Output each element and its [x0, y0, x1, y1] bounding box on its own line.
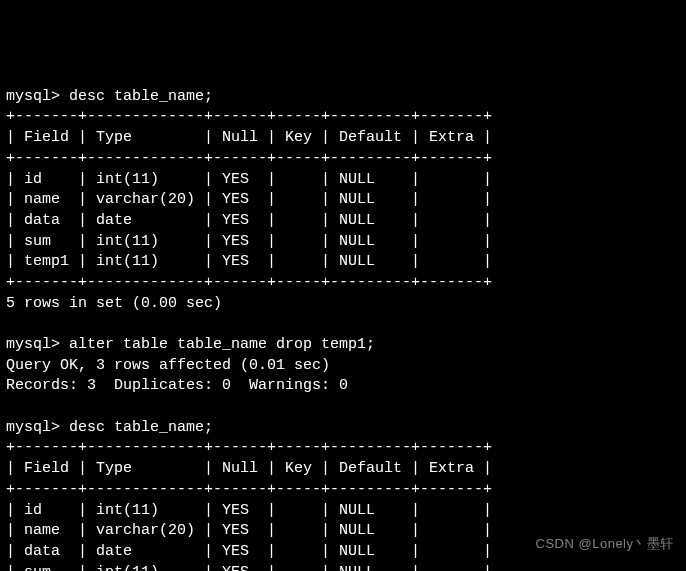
table-row: | temp1 | int(11) | YES | | NULL | |: [6, 253, 492, 270]
sql-command: desc table_name;: [69, 88, 213, 105]
watermark: CSDN @Lonely丶墨轩: [536, 535, 674, 553]
table-border: +-------+-------------+------+-----+----…: [6, 150, 492, 167]
table-header: | Field | Type | Null | Key | Default | …: [6, 460, 492, 477]
table-border: +-------+-------------+------+-----+----…: [6, 108, 492, 125]
table-row: | data | date | YES | | NULL | |: [6, 543, 492, 560]
prompt: mysql>: [6, 336, 60, 353]
table-row: | name | varchar(20) | YES | | NULL | |: [6, 191, 492, 208]
table-row: | sum | int(11) | YES | | NULL | |: [6, 564, 492, 571]
query-result: Records: 3 Duplicates: 0 Warnings: 0: [6, 377, 348, 394]
table-row: | data | date | YES | | NULL | |: [6, 212, 492, 229]
prompt: mysql>: [6, 419, 60, 436]
table-row: | id | int(11) | YES | | NULL | |: [6, 171, 492, 188]
table-row: | sum | int(11) | YES | | NULL | |: [6, 233, 492, 250]
table-row: | id | int(11) | YES | | NULL | |: [6, 502, 492, 519]
table-border: +-------+-------------+------+-----+----…: [6, 481, 492, 498]
table-header: | Field | Type | Null | Key | Default | …: [6, 129, 492, 146]
sql-command: alter table table_name drop temp1;: [69, 336, 375, 353]
table-border: +-------+-------------+------+-----+----…: [6, 439, 492, 456]
table-border: +-------+-------------+------+-----+----…: [6, 274, 492, 291]
prompt: mysql>: [6, 88, 60, 105]
sql-command: desc table_name;: [69, 419, 213, 436]
result-footer: 5 rows in set (0.00 sec): [6, 295, 222, 312]
table-row: | name | varchar(20) | YES | | NULL | |: [6, 522, 492, 539]
query-result: Query OK, 3 rows affected (0.01 sec): [6, 357, 330, 374]
